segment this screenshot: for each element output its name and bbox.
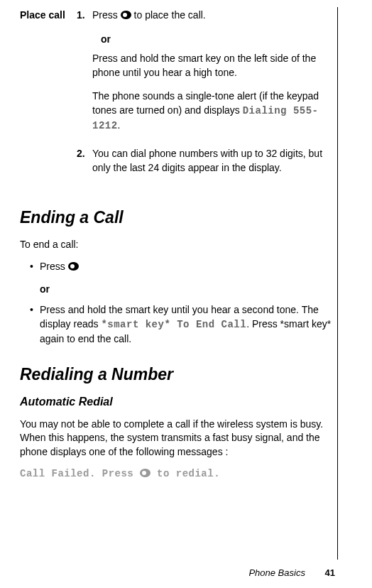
step-2: 2. You can dial phone numbers with up to… [77,147,337,185]
redial-message: Call Failed. Press to redial. [20,467,337,481]
msg-part: . [214,468,220,479]
list-item: Press [30,260,337,274]
page-rule [337,7,338,560]
footer-section: Phone Basics [248,567,305,578]
or-label: or [101,33,337,47]
step-text: You can dial phone numbers with up to 32… [92,147,337,175]
send-key-icon [140,469,151,477]
msg-part: Call Failed [20,468,89,479]
heading-redialing: Redialing a Number [20,363,337,386]
step-number: 1. [77,9,92,143]
msg-part: Press [102,468,140,479]
bullet-text: Press [40,261,68,272]
step-number: 2. [77,147,92,185]
display-text: *smart key* To End Call [101,319,246,330]
place-call-block: Place call 1. Press to place the call. o… [20,9,337,189]
step-1: 1. Press to place the call. or Press and… [77,9,337,143]
list-item: Press and hold the smart key until you h… [30,303,337,346]
ending-intro: To end a call: [20,238,337,252]
send-key-icon [121,11,131,19]
step-text: Press [92,9,121,21]
place-call-label: Place call [20,9,77,189]
redial-para: You may not be able to complete a call i… [20,418,337,459]
step-text: . [118,119,121,131]
footer-page-number: 41 [325,567,335,578]
msg-part: to redial [151,468,214,479]
msg-part: . [89,468,102,479]
page-content: Place call 1. Press to place the call. o… [20,9,337,481]
end-key-icon [68,262,79,271]
step-text: to place the call. [131,9,206,21]
or-label: or [40,283,337,297]
subheading-auto-redial: Automatic Redial [20,394,337,410]
step-text: Press and hold the smart key on the left… [92,52,337,80]
heading-ending-call: Ending a Call [20,206,337,229]
page-footer: Phone Basics 41 [248,567,335,579]
